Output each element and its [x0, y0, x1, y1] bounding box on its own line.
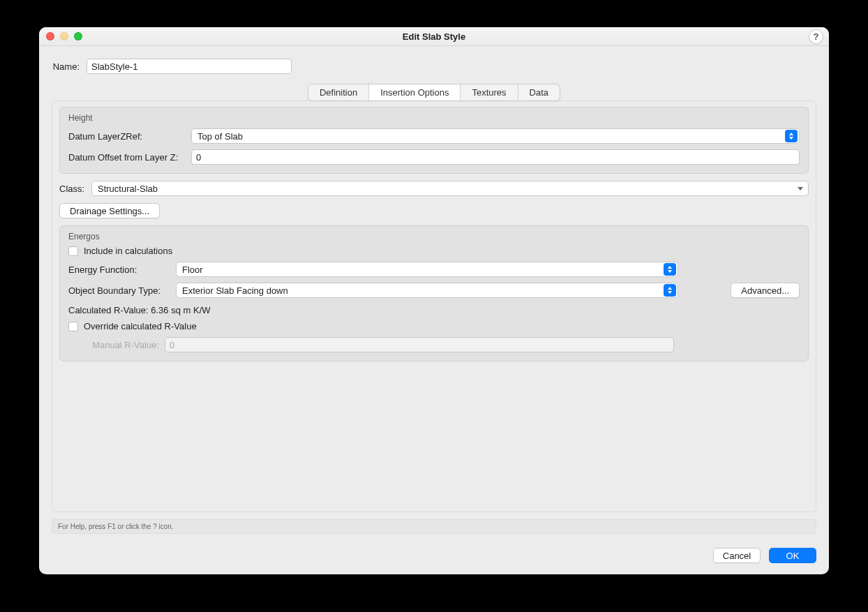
- window-title: Edit Slab Style: [403, 31, 465, 42]
- energy-fn-select[interactable]: Floor: [176, 262, 678, 277]
- datum-label: Datum LayerZRef:: [68, 131, 186, 142]
- footer: Cancel OK: [52, 548, 816, 563]
- energos-group-title: Energos: [68, 232, 800, 241]
- include-label: Include in calculations: [84, 246, 172, 256]
- chevron-updown-icon: [664, 263, 676, 276]
- boundary-label: Object Boundary Type:: [68, 285, 170, 296]
- manual-r-value-input: [165, 337, 674, 352]
- name-input[interactable]: [87, 59, 292, 74]
- titlebar: Edit Slab Style ?: [39, 27, 829, 46]
- tabs-group: Definition Insertion Options Textures Da…: [308, 84, 560, 101]
- advanced-button[interactable]: Advanced...: [731, 283, 800, 298]
- boundary-select[interactable]: Exterior Slab Facing down: [176, 283, 678, 298]
- energy-fn-value: Floor: [182, 264, 203, 275]
- include-checkbox[interactable]: [68, 246, 78, 256]
- tab-data[interactable]: Data: [518, 84, 560, 100]
- offset-label: Datum Offset from Layer Z:: [68, 152, 186, 163]
- cancel-button[interactable]: Cancel: [713, 548, 761, 563]
- datum-select[interactable]: Top of Slab: [191, 128, 800, 144]
- chevron-updown-icon: [785, 130, 798, 142]
- tab-definition[interactable]: Definition: [308, 84, 369, 100]
- include-row: Include in calculations: [68, 246, 800, 256]
- datum-select-value: Top of Slab: [197, 131, 243, 142]
- energy-fn-label: Energy Function:: [68, 264, 170, 275]
- close-icon[interactable]: [46, 32, 54, 40]
- manual-label: Manual R-Value:: [88, 340, 159, 350]
- help-button[interactable]: ?: [809, 29, 823, 44]
- tab-bar: Definition Insertion Options Textures Da…: [52, 84, 816, 101]
- maximize-icon[interactable]: [74, 32, 82, 40]
- ok-button[interactable]: OK: [769, 548, 816, 563]
- energos-group: Energos Include in calculations Energy F…: [59, 225, 809, 361]
- help-statusbar: For Help, press F1 or click the ? icon.: [52, 519, 816, 534]
- override-checkbox[interactable]: [68, 322, 78, 331]
- boundary-value: Exterior Slab Facing down: [182, 285, 288, 296]
- name-label: Name:: [52, 61, 80, 72]
- chevron-down-icon: [794, 182, 807, 195]
- class-label: Class:: [59, 184, 86, 194]
- tab-insertion-options[interactable]: Insertion Options: [369, 84, 461, 100]
- boundary-row: Object Boundary Type: Exterior Slab Faci…: [68, 283, 800, 298]
- dialog-window: Edit Slab Style ? Name: Definition Inser…: [39, 27, 829, 574]
- tab-textures[interactable]: Textures: [461, 84, 518, 100]
- chevron-updown-icon: [664, 284, 676, 297]
- offset-row: Datum Offset from Layer Z:: [68, 149, 800, 165]
- height-group-title: Height: [68, 113, 800, 123]
- traffic-lights: [46, 32, 82, 40]
- datum-row: Datum LayerZRef: Top of Slab: [68, 128, 800, 144]
- energy-fn-row: Energy Function: Floor: [68, 262, 800, 277]
- height-group: Height Datum LayerZRef: Top of Slab Datu…: [59, 107, 809, 174]
- minimize-icon: [60, 32, 68, 40]
- override-row: Override calculated R-Value: [68, 321, 800, 331]
- calculated-r-value: Calculated R-Value: 6.36 sq m K/W: [68, 305, 800, 315]
- override-label: Override calculated R-Value: [84, 321, 197, 331]
- offset-input[interactable]: [191, 149, 800, 165]
- class-select-value: Structural-Slab: [98, 184, 158, 194]
- manual-row: Manual R-Value:: [88, 337, 800, 352]
- drainage-settings-button[interactable]: Drainage Settings...: [59, 203, 160, 218]
- class-select[interactable]: Structural-Slab: [91, 181, 809, 196]
- content-area: Name: Definition Insertion Options Textu…: [39, 46, 829, 574]
- class-row: Class: Structural-Slab: [59, 181, 809, 196]
- tab-panel: Height Datum LayerZRef: Top of Slab Datu…: [52, 100, 816, 512]
- name-row: Name:: [52, 59, 816, 74]
